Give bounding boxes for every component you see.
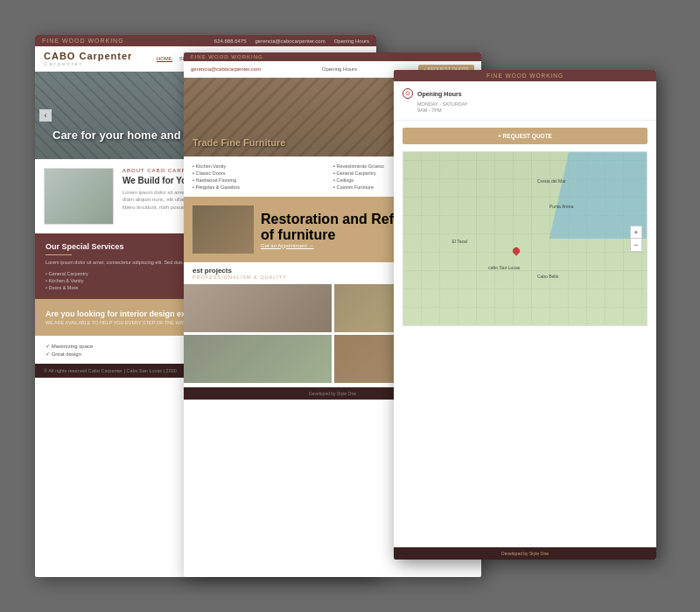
logo-name: CABO Carpenter xyxy=(44,51,132,61)
mid-email: gerencia@cabocarpenter.com xyxy=(191,66,261,72)
page-right: FINE WOOD WORKING ⊙ Opening Hours MONDAY… xyxy=(394,70,656,560)
brand-fine-wood: FINE WOOD WORKING xyxy=(42,38,124,44)
project-img-1 xyxy=(184,284,332,332)
phone-number: 624.688.6475 xyxy=(214,38,247,44)
mid-topbar: FINE WOOD WORKING xyxy=(184,52,481,61)
right-map: Cresta del Mar Punta Arena El Tezal cabo… xyxy=(402,151,648,326)
map-label-cabo: cabo San Lucas xyxy=(488,265,520,270)
about-image xyxy=(44,168,114,225)
right-footer: Developed by Style One xyxy=(394,547,656,560)
check-3: Great design xyxy=(46,351,205,357)
right-quote-btn[interactable]: + REQUEST QUOTE xyxy=(402,128,648,144)
project-img-3 xyxy=(184,335,332,383)
opening-hours-label: Opening Hours xyxy=(334,38,369,44)
restoration-image xyxy=(192,205,254,254)
nav-home[interactable]: HOME xyxy=(157,56,172,62)
mid-fine-wood: FINE WOOD WORKING xyxy=(191,54,263,59)
zoom-in-button[interactable]: + xyxy=(631,226,641,239)
main-topbar: FINE WOOD WORKING 624.688.6475 gerencia@… xyxy=(35,35,376,46)
clock-icon: ⊙ xyxy=(402,88,413,99)
main-logo: CABO Carpenter Carpenter xyxy=(44,51,132,66)
footer-copyright: © All rights reserved Cabo Carpenter | C… xyxy=(44,368,177,373)
mid-svc-3: Classic Doors xyxy=(192,170,332,176)
hours-days: MONDAY - SATURDAY xyxy=(402,101,648,107)
scene: FINE WOOD WORKING 624.688.6475 gerencia@… xyxy=(18,17,682,595)
mid-hero-title: Trade Fine Furniture xyxy=(192,137,285,148)
hours-header: ⊙ Opening Hours xyxy=(402,88,648,99)
mid-footer-dev[interactable]: Developed by Style One xyxy=(309,391,356,396)
map-label-punta: Punta Arena xyxy=(550,204,574,209)
map-zoom-control: + − xyxy=(630,226,642,252)
hours-title: Opening Hours xyxy=(417,91,462,97)
services-underline xyxy=(46,254,72,255)
service-item-3: Kitchen & Vanity xyxy=(46,278,205,283)
right-footer-dev[interactable]: Developed by Style One xyxy=(501,551,549,556)
service-item-1: General Carpentry xyxy=(46,271,205,276)
map-label-bello: Cabo Bello xyxy=(537,274,558,279)
map-label-tezal: El Tezal xyxy=(452,239,467,244)
right-quote-label: + REQUEST QUOTE xyxy=(498,133,552,139)
mid-hero-text: Trade Fine Furniture xyxy=(192,137,285,148)
check-1: Maximizing space xyxy=(46,343,205,349)
mid-svc-1: Kitchen Vanity xyxy=(192,163,332,169)
hero-arrow-left[interactable]: ‹ xyxy=(39,109,52,122)
zoom-out-button[interactable]: − xyxy=(631,239,641,251)
logo-sub: Carpenter xyxy=(44,61,132,66)
mid-svc-5: Hardwood Flooring xyxy=(192,177,332,183)
mid-svc-7: Pergolas & Gazebos xyxy=(192,184,332,190)
hours-time: 9AM - 7PM xyxy=(402,108,648,113)
map-label-cresta: Cresta del Mar xyxy=(537,178,566,184)
mid-hours: Opening Hours xyxy=(322,66,357,72)
right-topbar: FINE WOOD WORKING xyxy=(394,70,656,81)
right-hours: ⊙ Opening Hours MONDAY - SATURDAY 9AM - … xyxy=(394,81,656,121)
service-item-5: Doors & More xyxy=(46,285,205,290)
contact-info: 624.688.6475 gerencia@cabocarpenter.com … xyxy=(214,38,369,44)
email-topbar: gerencia@cabocarpenter.com xyxy=(256,38,326,44)
